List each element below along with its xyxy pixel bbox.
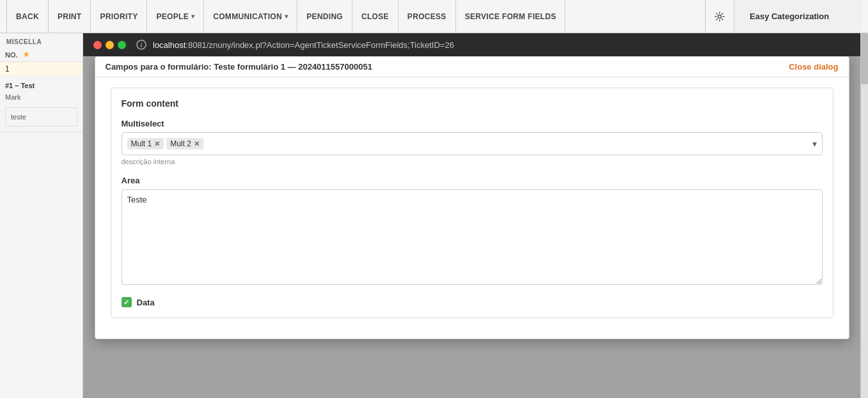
multiselect-tag-label-mult2: Mult 2 <box>170 139 191 148</box>
traffic-light-close[interactable] <box>93 41 102 49</box>
form-content-section: Form content Multiselect Mult 1 ✕ Mult <box>111 88 833 318</box>
traffic-light-maximize[interactable] <box>118 41 126 49</box>
traffic-lights <box>93 41 126 49</box>
data-checkbox-row: ✓ Data <box>122 297 823 307</box>
form-section-title: Form content <box>122 98 823 109</box>
svg-text:i: i <box>141 42 143 49</box>
modal-window: Campos para o formulário: Teste formulár… <box>95 56 849 339</box>
nav-close[interactable]: CLOSE <box>352 0 398 33</box>
area-label: Area <box>122 176 823 185</box>
nav-people[interactable]: PEOPLE <box>147 0 204 33</box>
svg-point-0 <box>718 15 722 18</box>
nav-back[interactable]: BACK <box>6 0 49 33</box>
modal-body: Form content Multiselect Mult 1 ✕ Mult <box>95 77 849 339</box>
left-sidebar: MISCELLA NO. ★ 1 #1 – Test Mark teste <box>0 33 83 398</box>
sidebar-meta-mark: Mark <box>5 92 77 102</box>
nav-priority[interactable]: PRIORITY <box>91 0 147 33</box>
article-table-header: NO. ★ <box>0 48 83 62</box>
browser-url-path: :8081/znuny/index.pl?Action=AgentTicketS… <box>185 40 454 50</box>
info-icon: i <box>136 40 146 50</box>
easy-categorization-label: Easy Categorization <box>750 11 829 21</box>
browser-url[interactable]: localhost:8081/znuny/index.pl?Action=Age… <box>153 40 454 50</box>
nav-communication[interactable]: COMMUNICATION <box>204 0 297 33</box>
star-icon: ★ <box>23 50 29 59</box>
close-dialog-button[interactable]: Close dialog <box>789 62 838 72</box>
area-textarea[interactable]: Teste <box>122 189 823 285</box>
multiselect-container[interactable]: Mult 1 ✕ Mult 2 ✕ ▾ <box>122 132 823 155</box>
area-field: Area Teste <box>122 176 823 287</box>
main-layout: MISCELLA NO. ★ 1 #1 – Test Mark teste <box>0 33 868 398</box>
multiselect-dropdown-arrow[interactable]: ▾ <box>812 139 817 149</box>
easy-categorization-panel: Easy Categorization <box>734 0 862 33</box>
nav-service-form-fields[interactable]: SERVICE FORM FIELDS <box>456 0 566 33</box>
multiselect-field: Multiselect Mult 1 ✕ Mult 2 ✕ <box>122 119 823 165</box>
multiselect-label: Multiselect <box>122 119 823 128</box>
data-checkbox-label: Data <box>137 298 155 307</box>
remove-mult2-button[interactable]: ✕ <box>194 140 200 148</box>
sidebar-ticket-section: #1 – Test Mark teste <box>0 77 83 132</box>
check-icon: ✓ <box>123 298 129 307</box>
multiselect-tag-mult1: Mult 1 ✕ <box>127 138 164 149</box>
sidebar-meta-teste: teste <box>5 107 77 126</box>
modal-title: Campos para o formulário: Teste formulár… <box>106 62 372 72</box>
content-area: i localhost:8081/znuny/index.pl?Action=A… <box>83 33 860 398</box>
modal-backdrop: i localhost:8081/znuny/index.pl?Action=A… <box>83 33 860 398</box>
multiselect-description: descrição interna <box>122 158 823 165</box>
top-navigation: BACK PRINT PRIORITY PEOPLE COMMUNICATION… <box>0 0 868 33</box>
miscella-label: MISCELLA <box>0 33 83 48</box>
gear-icon <box>714 11 725 22</box>
remove-mult1-button[interactable]: ✕ <box>154 140 160 148</box>
multiselect-tag-label-mult1: Mult 1 <box>131 139 152 148</box>
nav-print[interactable]: PRINT <box>49 0 91 33</box>
data-checkbox[interactable]: ✓ <box>122 297 132 307</box>
nav-pending[interactable]: PENDING <box>297 0 352 33</box>
nav-process[interactable]: PROCESS <box>398 0 456 33</box>
article-num-1: 1 <box>5 65 10 73</box>
scrollbar-thumb[interactable] <box>861 33 868 84</box>
traffic-light-minimize[interactable] <box>106 41 114 49</box>
sidebar-ticket-label: #1 – Test <box>5 82 77 89</box>
browser-bar: i localhost:8081/znuny/index.pl?Action=A… <box>83 33 860 56</box>
article-col-no: NO. <box>5 51 18 59</box>
article-row-1[interactable]: 1 <box>0 62 83 77</box>
settings-gear[interactable] <box>705 0 734 33</box>
modal-titlebar: Campos para o formulário: Teste formulár… <box>95 57 849 77</box>
multiselect-tag-mult2: Mult 2 ✕ <box>166 138 203 149</box>
sidebar-meta-teste-label: teste <box>11 112 72 122</box>
right-scrollbar[interactable] <box>860 33 868 398</box>
browser-url-host: localhost <box>153 40 185 50</box>
